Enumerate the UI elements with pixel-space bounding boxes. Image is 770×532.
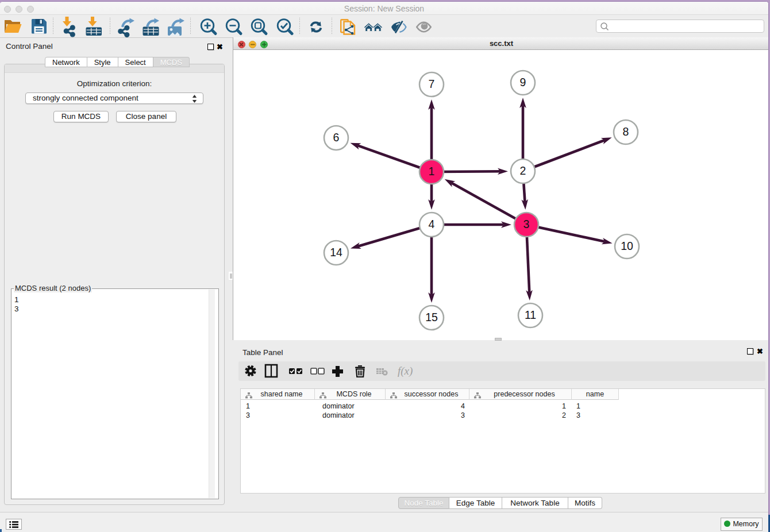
- svg-text:6: 6: [333, 131, 340, 144]
- svg-text:10: 10: [621, 240, 633, 252]
- svg-text:11: 11: [525, 309, 536, 321]
- svg-text:f(x): f(x): [398, 365, 413, 377]
- svg-text:7: 7: [429, 78, 435, 90]
- svg-text:9: 9: [520, 76, 526, 88]
- svg-text:4: 4: [429, 218, 435, 230]
- svg-text:8: 8: [623, 125, 629, 138]
- svg-text:2: 2: [520, 164, 526, 177]
- svg-text:14: 14: [330, 246, 342, 259]
- svg-text:1: 1: [429, 165, 435, 178]
- svg-text:3: 3: [523, 218, 530, 230]
- svg-text:15: 15: [425, 311, 438, 323]
